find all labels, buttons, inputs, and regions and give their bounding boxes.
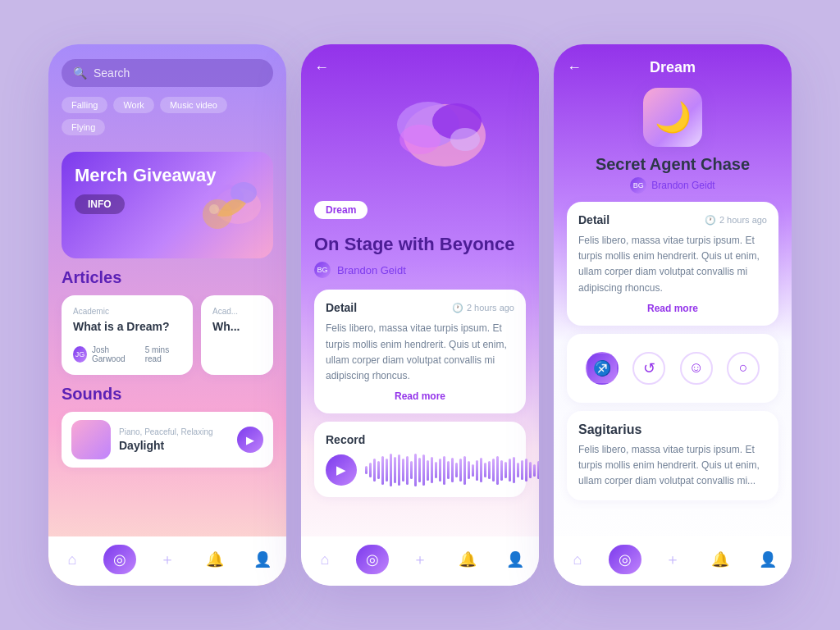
icons-row: ♐ ↺ ☺ ○ — [578, 345, 767, 391]
articles-title: Articles — [62, 268, 273, 287]
nav-home-1[interactable]: ⌂ — [56, 545, 89, 574]
phone1-top: 🔍 Search Falling Work Music video Flying — [48, 44, 286, 152]
sound-thumbnail — [71, 420, 111, 459]
detail-card-3: Detail 🕐 2 hours ago Felis libero, massa… — [567, 202, 778, 326]
tag-flying[interactable]: Flying — [62, 119, 105, 135]
record-label: Record — [326, 433, 514, 446]
detail-time-2: 🕐 2 hours ago — [452, 303, 514, 313]
clock-icon-2: 🕐 — [452, 303, 463, 313]
svg-point-8 — [399, 125, 441, 154]
article-card-1[interactable]: Academic What is a Dream? JG Josh Garwoo… — [62, 295, 193, 375]
detail-header-3: Detail 🕐 2 hours ago — [578, 213, 767, 226]
detail-label-3: Detail — [578, 213, 609, 226]
clock-icon-3: 🕐 — [705, 215, 716, 226]
banner-text: Merch Giveaway INFO — [75, 165, 216, 214]
nav-home-2[interactable]: ⌂ — [308, 545, 341, 574]
phone2-header: ← — [301, 44, 539, 76]
article-author-1: JG Josh Garwood 5 mins read — [73, 345, 181, 363]
app-icon-wrapper: 🌙 Secret Agent Chase BG Brandon Geidt — [554, 88, 792, 194]
nav-profile-3[interactable]: 👤 — [751, 545, 784, 574]
play-button-large[interactable]: ▶ — [326, 454, 357, 486]
phone3-header-title: Dream — [650, 59, 696, 76]
record-card: Record ▶ — [314, 422, 526, 497]
app-name: Secret Agent Chase — [596, 155, 750, 174]
articles-row: Academic What is a Dream? JG Josh Garwoo… — [48, 295, 286, 385]
icon-sagittarius[interactable]: ♐ — [586, 352, 619, 385]
sagittarius-title: Sagitarius — [578, 422, 767, 437]
detail-body-3: Felis libero, massa vitae turpis ipsum. … — [578, 233, 767, 296]
nav-explore-3[interactable]: ◎ — [609, 545, 641, 574]
article-category-1: Academic — [73, 307, 181, 316]
read-more-2[interactable]: Read more — [326, 390, 514, 402]
phone-3: ← Dream 🌙 Secret Agent Chase BG Brandon … — [554, 44, 792, 586]
detail-label-2: Detail — [326, 301, 357, 314]
nav-bell-2[interactable]: 🔔 — [451, 545, 484, 574]
nav-add-3[interactable]: ＋ — [656, 545, 689, 574]
info-button[interactable]: INFO — [75, 194, 125, 214]
sagittarius-card: Sagitarius Felis libero, massa vitae tur… — [567, 411, 778, 501]
phone3-body: Detail 🕐 2 hours ago Felis libero, massa… — [554, 202, 792, 509]
play-button-small[interactable]: ▶ — [237, 427, 263, 453]
search-bar[interactable]: 🔍 Search — [62, 59, 273, 87]
icon-refresh[interactable]: ↺ — [632, 352, 665, 385]
author-name-3: Brandon Geidt — [651, 180, 714, 191]
author-name-1: Josh Garwood — [92, 345, 137, 363]
waveform — [365, 455, 539, 485]
sound-info: Piano, Peaceful, Relaxing Daylight — [119, 427, 229, 452]
tag-music-video[interactable]: Music video — [160, 97, 227, 113]
article-title-1: What is a Dream? — [73, 319, 181, 334]
phone-1: 🔍 Search Falling Work Music video Flying… — [48, 44, 286, 586]
read-time-1: 5 mins read — [145, 345, 181, 363]
search-placeholder: Search — [94, 66, 130, 80]
phone2-content: On Stage with Beyonce BG Brandon Geidt D… — [301, 224, 539, 497]
bottom-nav-2: ⌂ ◎ ＋ 🔔 👤 — [301, 536, 539, 586]
author-name-2: Brandon Geidt — [337, 264, 406, 276]
nav-add-2[interactable]: ＋ — [404, 545, 436, 574]
sound-name: Daylight — [119, 439, 229, 452]
back-button-2[interactable]: ← — [314, 59, 329, 76]
avatar-3: BG — [630, 177, 646, 194]
detail-body-2: Felis libero, massa vitae turpis ipsum. … — [326, 321, 514, 384]
svg-point-9 — [450, 128, 480, 151]
nav-explore-2[interactable]: ◎ — [356, 545, 389, 574]
phone2-hero — [301, 86, 539, 201]
dream-badge: Dream — [314, 201, 368, 219]
nav-explore-1[interactable]: ◎ — [103, 545, 136, 574]
phone3-header: ← Dream — [554, 44, 792, 88]
tag-falling[interactable]: Falling — [62, 97, 107, 113]
article-category-2: Acad... — [212, 307, 262, 316]
podcast-title: On Stage with Beyonce — [314, 234, 526, 255]
icons-card: ♐ ↺ ☺ ○ — [567, 334, 778, 403]
search-icon: 🔍 — [73, 66, 87, 80]
podcast-author: BG Brandon Geidt — [314, 262, 526, 278]
detail-card-2: Detail 🕐 2 hours ago Felis libero, massa… — [314, 290, 526, 413]
back-button-3[interactable]: ← — [567, 59, 582, 76]
record-player: ▶ — [326, 454, 514, 486]
nav-home-3[interactable]: ⌂ — [561, 545, 594, 574]
bottom-nav-1: ⌂ ◎ ＋ 🔔 👤 — [48, 536, 286, 586]
icon-circle[interactable]: ○ — [727, 352, 760, 385]
sagittarius-body: Felis libero, massa vitae turpis ipsum. … — [578, 442, 767, 490]
nav-add-1[interactable]: ＋ — [151, 545, 184, 574]
tags-row: Falling Work Music video Flying — [62, 97, 273, 135]
avatar-1: JG — [73, 346, 87, 363]
app-icon: 🌙 — [643, 88, 702, 147]
sound-tags: Piano, Peaceful, Relaxing — [119, 427, 229, 436]
nav-profile-2[interactable]: 👤 — [499, 545, 532, 574]
sounds-section: Piano, Peaceful, Relaxing Daylight ▶ — [48, 412, 286, 468]
icon-smile[interactable]: ☺ — [680, 352, 713, 385]
app-author-3: BG Brandon Geidt — [630, 177, 714, 194]
nav-profile-1[interactable]: 👤 — [246, 545, 279, 574]
detail-time-3: 🕐 2 hours ago — [705, 215, 767, 226]
phone-2: ← Dream On Stage with Beyonce BG Brandon… — [301, 44, 539, 586]
tag-work[interactable]: Work — [113, 97, 153, 113]
nav-bell-3[interactable]: 🔔 — [704, 545, 737, 574]
article-card-2[interactable]: Acad... Wh... — [201, 295, 273, 375]
detail-header-2: Detail 🕐 2 hours ago — [326, 301, 514, 314]
article-title-2: Wh... — [212, 319, 262, 334]
read-more-3[interactable]: Read more — [578, 303, 767, 314]
sound-card[interactable]: Piano, Peaceful, Relaxing Daylight ▶ — [62, 412, 273, 468]
avatar-2: BG — [314, 262, 331, 278]
banner-title: Merch Giveaway — [75, 165, 216, 186]
nav-bell-1[interactable]: 🔔 — [199, 545, 231, 574]
